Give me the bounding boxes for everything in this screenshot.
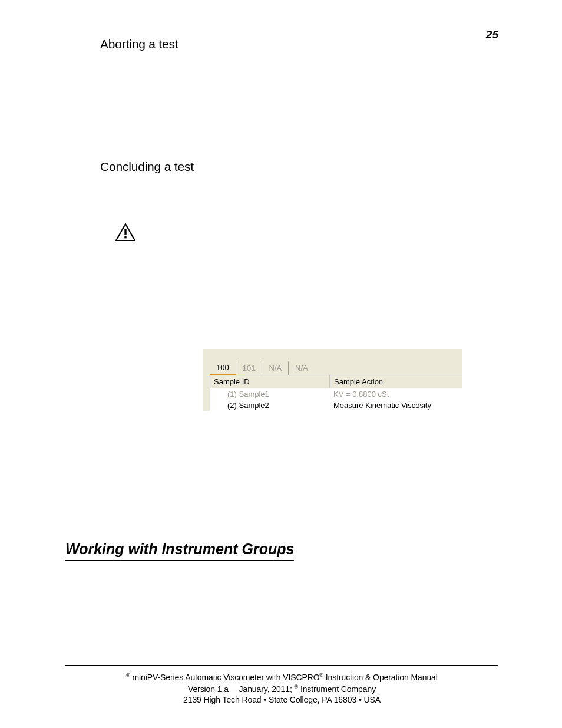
tab-na-2[interactable]: N/A — [289, 361, 315, 375]
cell-sample-id: (2) Sample2 — [210, 401, 330, 410]
tab-100[interactable]: 100 — [210, 361, 236, 375]
sample-table-panel: 100 101 N/A N/A Sample ID Sample Action … — [202, 348, 462, 411]
table-row[interactable]: (2) Sample2 Measure Kinematic Viscosity — [210, 400, 462, 411]
table-header-row: Sample ID Sample Action — [210, 375, 462, 388]
cell-sample-id: (1) Sample1 — [210, 390, 330, 398]
footer-line-2: Version 1.a— January, 2011; ® Instrument… — [65, 683, 498, 695]
tab-101[interactable]: 101 — [236, 361, 263, 375]
footer-line-3: 2139 High Tech Road • State College, PA … — [65, 694, 498, 706]
heading-aborting-test: Aborting a test — [100, 37, 178, 51]
cell-sample-action: Measure Kinematic Viscosity — [330, 401, 462, 410]
footer-rule — [65, 665, 498, 666]
tab-na-1[interactable]: N/A — [262, 361, 289, 375]
table-row[interactable]: (1) Sample1 KV = 0.8800 cSt — [210, 388, 462, 400]
page-number: 25 — [486, 28, 498, 41]
svg-rect-2 — [124, 236, 126, 238]
heading-concluding-test: Concluding a test — [100, 160, 194, 174]
heading-working-with-instrument-groups: Working with Instrument Groups — [65, 541, 294, 561]
tab-row: 100 101 N/A N/A — [203, 349, 462, 375]
svg-rect-1 — [124, 229, 126, 235]
sample-table: Sample ID Sample Action (1) Sample1 KV =… — [210, 375, 462, 411]
column-header-sample-id[interactable]: Sample ID — [210, 375, 330, 388]
column-header-sample-action[interactable]: Sample Action — [330, 375, 462, 388]
footer-line-1: ® miniPV-Series Automatic Viscometer wit… — [65, 671, 498, 683]
footer: ® miniPV-Series Automatic Viscometer wit… — [65, 671, 498, 706]
warning-icon — [115, 223, 135, 241]
cell-sample-action: KV = 0.8800 cSt — [330, 390, 462, 398]
